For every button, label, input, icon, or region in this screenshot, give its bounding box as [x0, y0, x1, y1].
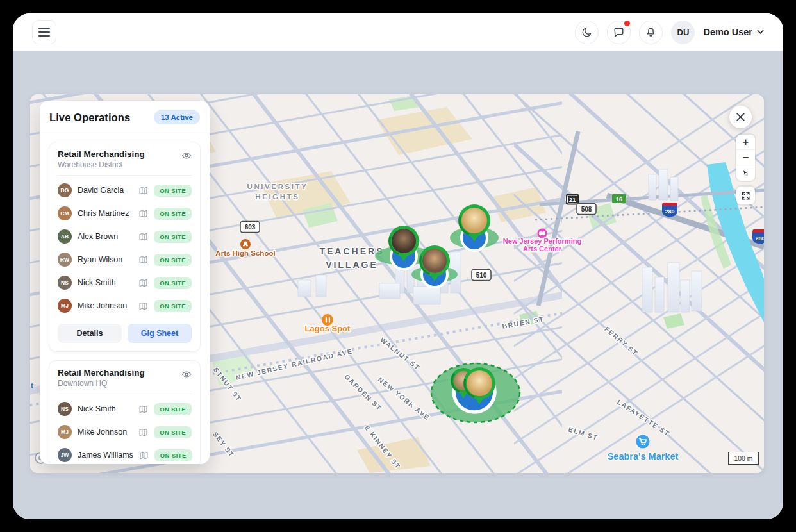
compass-icon: [741, 169, 750, 178]
member-name: Mike Johnson: [78, 428, 133, 436]
top-navbar: DU Demo User: [13, 13, 783, 51]
locate-on-map-button[interactable]: [138, 301, 148, 311]
member-row[interactable]: MJMike JohnsonON SITE: [58, 420, 192, 444]
member-name: Ryan Wilson: [78, 255, 133, 264]
svg-text:280: 280: [665, 208, 674, 215]
chevron-down-icon: [757, 29, 764, 35]
svg-text:16: 16: [616, 196, 622, 203]
locate-on-map-button[interactable]: [138, 278, 148, 288]
status-badge: ON SITE: [154, 277, 192, 289]
chat-icon: [613, 26, 625, 38]
moon-icon: [581, 26, 593, 38]
compass-button[interactable]: [736, 165, 755, 181]
member-row[interactable]: MJMike JohnsonON SITE: [58, 294, 192, 317]
locate-on-map-button[interactable]: [138, 209, 148, 219]
svg-text:21: 21: [569, 196, 576, 203]
dark-mode-button[interactable]: [575, 21, 599, 44]
eye-icon: [181, 151, 192, 161]
panel-header: Live Operations 13 Active: [40, 101, 210, 133]
status-badge: ON SITE: [154, 254, 192, 266]
user-name-label: Demo User: [703, 27, 752, 37]
status-badge: ON SITE: [154, 208, 192, 220]
status-badge: ON SITE: [154, 426, 192, 438]
member-avatar: NS: [58, 402, 72, 416]
locate-on-map-button[interactable]: [138, 186, 148, 195]
close-map-button[interactable]: [729, 106, 752, 128]
map-zoom-controls: + −: [736, 135, 755, 181]
team-cards: Retail Merchandising Warehouse District …: [40, 133, 210, 464]
svg-text:603: 603: [245, 224, 256, 231]
team-name: Retail Merchandising: [58, 368, 145, 378]
bell-icon: [645, 26, 657, 38]
svg-text:New Jersey Performing: New Jersey Performing: [503, 237, 581, 245]
shield-603: 603: [240, 222, 260, 233]
area-label-teachers-village: TEACHERS: [319, 246, 384, 256]
locate-on-map-button[interactable]: [138, 232, 148, 242]
map-scale: 100 m: [728, 452, 759, 465]
team-name: Retail Merchandising: [58, 149, 145, 159]
svg-text:280: 280: [755, 235, 764, 242]
fullscreen-button[interactable]: [736, 187, 755, 204]
member-row[interactable]: NSNick SmithON SITE: [58, 397, 192, 420]
map-icon: [138, 278, 148, 288]
member-avatar: CM: [58, 206, 72, 220]
map-icon: [138, 255, 148, 265]
user-avatar[interactable]: DU: [671, 21, 695, 44]
shield-280-b: 280: [752, 229, 764, 244]
map-icon: [138, 428, 148, 437]
map-icon: [138, 404, 148, 414]
locate-on-map-button[interactable]: [138, 255, 148, 265]
member-row[interactable]: CMChris MartinezON SITE: [58, 202, 192, 225]
shield-508: 508: [577, 204, 596, 215]
cut-poi-label: t: [31, 381, 33, 390]
team-location: Downtown HQ: [58, 379, 145, 388]
team-card: Retail Merchandising Warehouse District …: [49, 142, 201, 352]
status-badge: ON SITE: [154, 449, 192, 461]
member-row[interactable]: ABAlex BrownON SITE: [58, 225, 192, 248]
gig-sheet-button[interactable]: Gig Sheet: [128, 324, 192, 343]
messages-button[interactable]: [607, 21, 631, 44]
shield-21: 21: [566, 194, 579, 205]
member-row[interactable]: JWJames WilliamsON SITE: [58, 444, 192, 464]
menu-button[interactable]: [32, 20, 56, 44]
close-icon: [736, 112, 745, 122]
member-row[interactable]: NSNick SmithON SITE: [58, 271, 192, 294]
visibility-toggle[interactable]: [181, 151, 192, 161]
status-badge: ON SITE: [154, 403, 192, 415]
member-avatar: DG: [58, 183, 72, 197]
member-name: Mike Johnson: [78, 301, 133, 310]
member-avatar: MJ: [58, 299, 72, 313]
locate-on-map-button[interactable]: [139, 451, 149, 460]
team-card: Retail Merchandising Downtown HQ NSNick …: [49, 360, 201, 464]
visibility-toggle[interactable]: [181, 369, 192, 379]
map-container[interactable]: UNIVERSITY HEIGHTS TEACHERS VILLAGE NEW …: [30, 94, 764, 473]
member-avatar: JW: [58, 448, 72, 462]
notifications-button[interactable]: [639, 21, 663, 44]
map-icon: [138, 232, 148, 242]
locate-on-map-button[interactable]: [138, 428, 148, 437]
svg-text:508: 508: [581, 206, 592, 213]
status-badge: ON SITE: [154, 231, 192, 243]
shield-280-a: 280: [662, 203, 677, 217]
app-window: DU Demo User: [13, 13, 783, 519]
map-icon: [138, 209, 148, 219]
details-button[interactable]: Details: [58, 324, 122, 343]
locate-on-map-button[interactable]: [138, 404, 148, 414]
team-location: Warehouse District: [58, 160, 145, 169]
svg-text:Seabra's Market: Seabra's Market: [608, 451, 679, 461]
unread-indicator: [624, 21, 630, 26]
map-icon: [138, 186, 148, 195]
zoom-out-button[interactable]: −: [736, 150, 755, 165]
member-row[interactable]: DGDavid GarciaON SITE: [58, 179, 192, 202]
member-row[interactable]: RWRyan WilsonON SITE: [58, 248, 192, 271]
user-menu[interactable]: Demo User: [703, 27, 764, 37]
svg-text:510: 510: [476, 272, 487, 279]
member-name: Nick Smith: [78, 278, 133, 287]
svg-text:VILLAGE: VILLAGE: [326, 260, 378, 270]
zoom-in-button[interactable]: +: [736, 135, 755, 150]
member-name: Nick Smith: [78, 404, 133, 413]
svg-text:Arts High School: Arts High School: [215, 249, 275, 257]
content-area: UNIVERSITY HEIGHTS TEACHERS VILLAGE NEW …: [13, 51, 783, 519]
status-badge: ON SITE: [154, 185, 192, 197]
eye-icon: [181, 369, 192, 379]
